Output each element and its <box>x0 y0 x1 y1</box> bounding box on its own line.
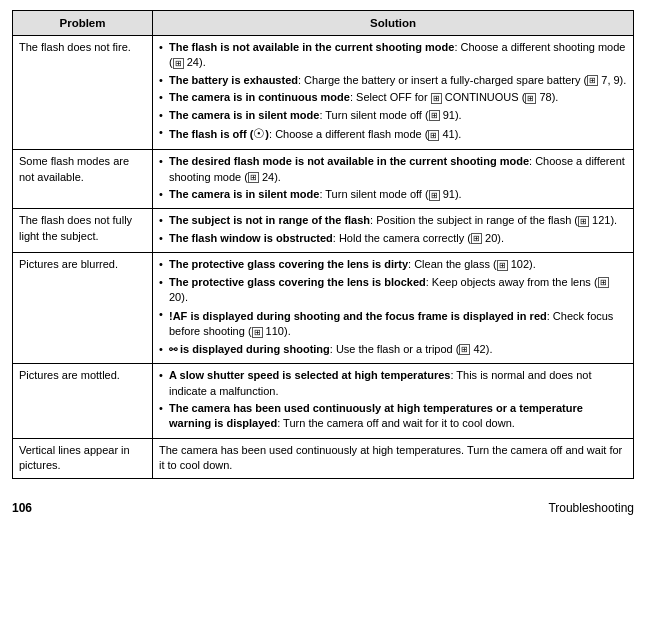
solution-cell: The flash is not available in the curren… <box>153 36 634 150</box>
problem-cell: The flash does not fire. <box>13 36 153 150</box>
problem-cell: Pictures are blurred. <box>13 253 153 364</box>
list-item: The camera has been used continuously at… <box>159 401 627 432</box>
list-item: ⚯ is displayed during shooting: Use the … <box>159 342 627 357</box>
page-footer: 106 Troubleshooting <box>12 497 634 515</box>
solution-cell: The camera has been used continuously at… <box>153 438 634 478</box>
list-item: The flash is off (☉): Choose a different… <box>159 125 627 143</box>
col-solution-header: Solution <box>153 11 634 36</box>
list-item: The camera is in silent mode: Turn silen… <box>159 187 627 202</box>
table-row: Some flash modes are not available.The d… <box>13 150 634 209</box>
list-item: The protective glass covering the lens i… <box>159 275 627 306</box>
problem-cell: Vertical lines appear in pictures. <box>13 438 153 478</box>
list-item: The protective glass covering the lens i… <box>159 257 627 272</box>
solution-cell: The subject is not in range of the flash… <box>153 209 634 253</box>
list-item: The camera is in silent mode: Turn silen… <box>159 108 627 123</box>
solution-cell: A slow shutter speed is selected at high… <box>153 364 634 439</box>
solution-cell: The desired flash mode is not available … <box>153 150 634 209</box>
table-row: The flash does not fully light the subje… <box>13 209 634 253</box>
col-problem-header: Problem <box>13 11 153 36</box>
list-item: The subject is not in range of the flash… <box>159 213 627 228</box>
problem-cell: Some flash modes are not available. <box>13 150 153 209</box>
problem-cell: The flash does not fully light the subje… <box>13 209 153 253</box>
list-item: The desired flash mode is not available … <box>159 154 627 185</box>
list-item: The battery is exhausted: Charge the bat… <box>159 73 627 88</box>
table-row: Vertical lines appear in pictures.The ca… <box>13 438 634 478</box>
troubleshooting-table: Problem Solution The flash does not fire… <box>12 10 634 479</box>
table-row: Pictures are mottled.A slow shutter spee… <box>13 364 634 439</box>
table-row: Pictures are blurred.The protective glas… <box>13 253 634 364</box>
list-item: The camera is in continuous mode: Select… <box>159 90 627 105</box>
table-row: The flash does not fire.The flash is not… <box>13 36 634 150</box>
list-item: !AF is displayed during shooting and the… <box>159 307 627 339</box>
problem-cell: Pictures are mottled. <box>13 364 153 439</box>
page-label: Troubleshooting <box>548 501 634 515</box>
list-item: The flash window is obstructed: Hold the… <box>159 231 627 246</box>
list-item: A slow shutter speed is selected at high… <box>159 368 627 399</box>
list-item: The flash is not available in the curren… <box>159 40 627 71</box>
solution-cell: The protective glass covering the lens i… <box>153 253 634 364</box>
page-number: 106 <box>12 501 32 515</box>
